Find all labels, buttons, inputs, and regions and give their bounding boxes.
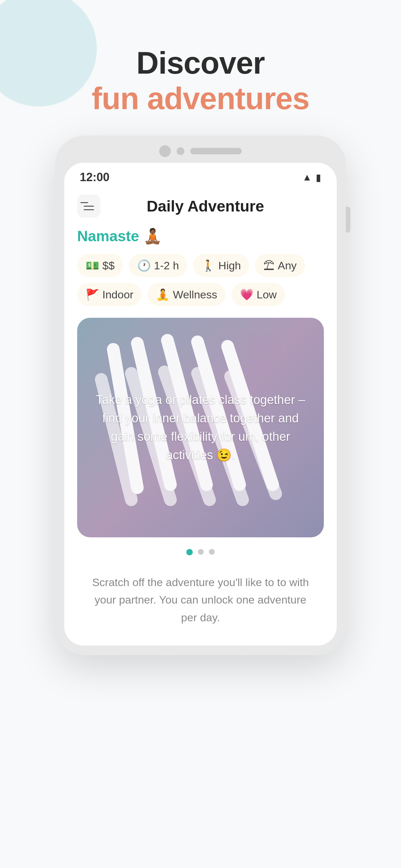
tag-indoor-label: Indoor [102, 288, 133, 301]
menu-line-1 [81, 202, 88, 203]
tag-activity-label: High [218, 259, 241, 272]
greeting-text: Namaste 🧘🏾 [77, 227, 324, 245]
tag-time-label: 1-2 h [154, 259, 179, 272]
card-text-overlay: Take a yoga or pilates class together – … [77, 378, 324, 477]
dot-2 [198, 549, 204, 555]
tag-intensity-emoji: 💗 [240, 288, 253, 301]
tag-intensity: 💗 Low [232, 283, 285, 306]
card-description: Take a yoga or pilates class together – … [90, 391, 311, 464]
tag-time: 🕐 1-2 h [129, 254, 188, 277]
battery-icon: ▮ [316, 172, 321, 183]
phone-wrapper: 12:00 ▲ ▮ Daily Adventure Nama [0, 135, 401, 655]
tag-time-emoji: 🕐 [137, 259, 151, 272]
menu-button[interactable] [77, 194, 100, 218]
status-icons: ▲ ▮ [302, 172, 321, 183]
app-content: Namaste 🧘🏾 💵 $$ 🕐 1-2 h 🚶 High [64, 227, 337, 646]
hero-title-discover: Discover [0, 45, 401, 81]
hero-section: Discover fun adventures [0, 0, 401, 135]
status-time: 12:00 [80, 170, 110, 184]
tag-activity: 🚶 High [193, 254, 249, 277]
dots-indicator [77, 549, 324, 555]
tag-wellness: 🧘 Wellness [148, 283, 225, 306]
phone-top-bar [64, 145, 337, 157]
bottom-description-text: Scratch off the adventure you'll like to… [92, 576, 309, 624]
greeting-label: Namaste 🧘🏾 [77, 227, 162, 245]
adventure-card[interactable]: Take a yoga or pilates class together – … [77, 318, 324, 537]
tag-cost: 💵 $$ [77, 254, 123, 277]
phone-mockup: 12:00 ▲ ▮ Daily Adventure Nama [55, 135, 346, 655]
tag-location: ⛱ Any [255, 254, 305, 277]
app-title: Daily Adventure [110, 197, 301, 215]
status-bar: 12:00 ▲ ▮ [64, 163, 337, 188]
phone-speaker [190, 148, 242, 154]
tag-cost-emoji: 💵 [86, 259, 99, 272]
tag-intensity-label: Low [257, 288, 277, 301]
app-header: Daily Adventure [64, 188, 337, 227]
tag-wellness-emoji: 🧘 [156, 288, 169, 301]
phone-camera [159, 145, 171, 157]
hero-title-sub: fun adventures [0, 81, 401, 116]
bottom-description: Scratch off the adventure you'll like to… [77, 567, 324, 646]
tag-indoor-emoji: 🚩 [86, 288, 99, 301]
tags-container: 💵 $$ 🕐 1-2 h 🚶 High ⛱ Any [77, 254, 324, 306]
tag-location-label: Any [278, 259, 297, 272]
tag-indoor: 🚩 Indoor [77, 283, 142, 306]
tag-cost-label: $$ [102, 259, 115, 272]
tag-location-emoji: ⛱ [264, 259, 274, 272]
phone-camera-small [177, 147, 184, 155]
dot-3 [209, 549, 215, 555]
signal-icon: ▲ [302, 172, 312, 183]
tag-wellness-label: Wellness [173, 288, 217, 301]
tag-activity-emoji: 🚶 [202, 259, 215, 272]
phone-side-button [346, 207, 350, 232]
dot-1 [186, 549, 193, 555]
menu-line-2 [84, 206, 94, 207]
phone-screen: 12:00 ▲ ▮ Daily Adventure Nama [64, 163, 337, 646]
menu-line-3 [84, 209, 94, 210]
